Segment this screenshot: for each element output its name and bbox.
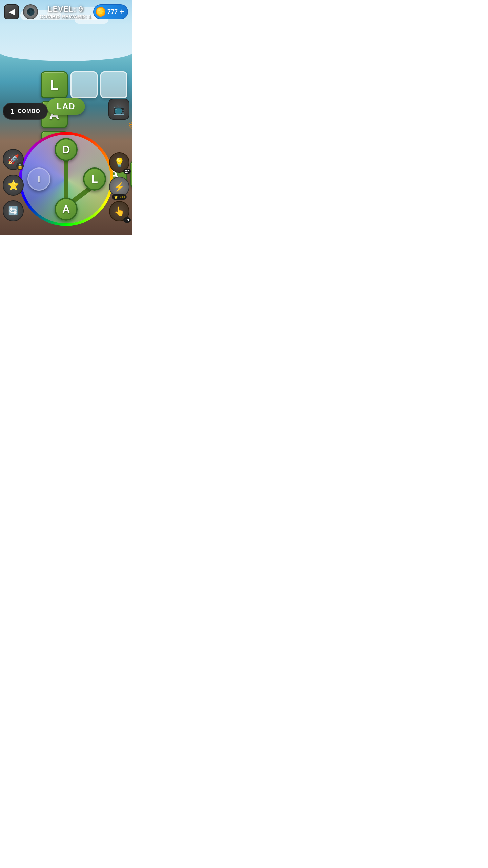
header-left-buttons: ◀ 🌑 (4, 4, 38, 19)
lightning-button[interactable]: ⚡ (109, 177, 129, 197)
settings-icon: 🌑 (26, 8, 35, 16)
video-button[interactable]: 📺 (108, 99, 129, 120)
hint-badge: 27 (123, 169, 131, 174)
letter-wheel[interactable]: D I A L (20, 133, 112, 225)
finger-button-wrap: 👆 19 (109, 201, 129, 221)
rocket-button[interactable]: 🚀 🔒 (3, 149, 24, 170)
tile-empty-2-0 (100, 71, 127, 98)
left-buttons: 🚀 🔒 ⭐ 🔄 (3, 149, 24, 221)
coin-plus-button[interactable]: + (120, 7, 124, 16)
letter-node-I[interactable]: I (27, 167, 50, 191)
lightning-coin-badge: ⭐ 300 (112, 194, 127, 200)
video-button-wrap: 📺 (108, 99, 129, 120)
letter-node-D[interactable]: D (55, 138, 78, 161)
level-display: LEVEL: 9 (38, 5, 93, 14)
right-buttons: 💡 27 ⚡ ⭐ 300 👆 19 (109, 152, 129, 221)
video-icon: 📺 (113, 104, 125, 115)
current-word-text: LAD (57, 102, 75, 111)
star-button[interactable]: ⭐ (3, 175, 24, 196)
letter-node-L[interactable]: L (83, 167, 106, 191)
lightning-coin-icon: ⭐ (114, 195, 118, 199)
letter-node-A[interactable]: A (55, 198, 78, 221)
refresh-icon: 🔄 (8, 206, 18, 216)
star-icon: ⭐ (7, 180, 19, 191)
back-icon: ◀ (9, 7, 15, 16)
combo-reward-display: COMBO REWARD: 1 (38, 14, 93, 19)
finger-icon: 👆 (114, 206, 125, 217)
hint-button-wrap: 💡 27 (109, 152, 129, 173)
lightning-icon: ⚡ (114, 182, 125, 192)
refresh-button[interactable]: 🔄 (3, 200, 24, 221)
back-button[interactable]: ◀ (4, 4, 19, 19)
current-word-display: LAD (47, 98, 85, 115)
header: ◀ 🌑 LEVEL: 9 COMBO REWARD: 1 ⭐ 777 + (0, 0, 132, 24)
finger-badge: 19 (123, 217, 131, 223)
combo-count: 1 (10, 107, 14, 116)
settings-button[interactable]: 🌑 (23, 4, 38, 19)
coin-amount: 777 (107, 8, 118, 16)
tile-L-0-0: L (41, 71, 68, 98)
lightning-coin-amount: 300 (119, 195, 125, 199)
lightning-button-wrap: ⚡ ⭐ 300 (109, 177, 129, 197)
header-center: LEVEL: 9 COMBO REWARD: 1 (38, 5, 93, 19)
coin-icon: ⭐ (96, 7, 105, 17)
combo-indicator: 1 COMBO (3, 103, 48, 120)
tile-L-3-3: L (130, 161, 132, 188)
game-container: ◀ 🌑 LEVEL: 9 COMBO REWARD: 1 ⭐ 777 + L A… (0, 0, 132, 235)
coin-display[interactable]: ⭐ 777 + (93, 4, 128, 19)
hint-icon: 💡 (114, 157, 125, 168)
combo-label: COMBO (18, 108, 40, 114)
lock-badge: 🔒 (16, 162, 24, 170)
tile-empty-1-0 (70, 71, 98, 98)
